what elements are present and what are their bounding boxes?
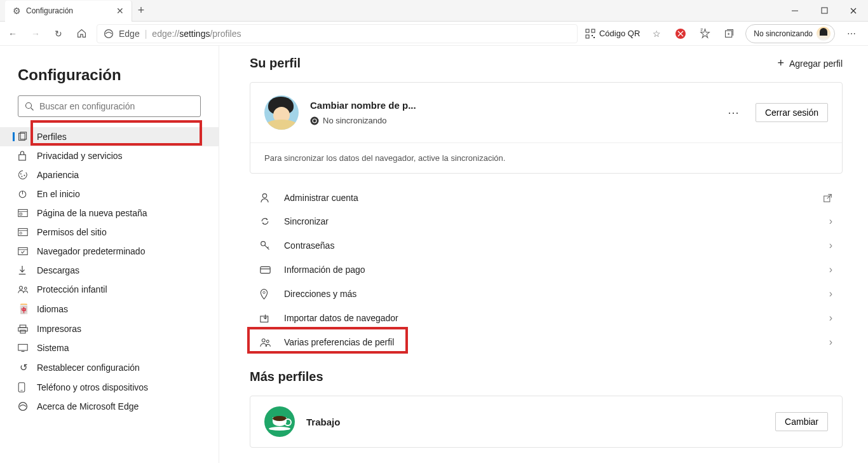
lock-icon: [18, 151, 29, 161]
url-scheme: edge://: [152, 29, 179, 39]
chevron-right-icon: ›: [829, 288, 832, 300]
import-icon: [260, 314, 273, 323]
edge-about-icon: [18, 401, 29, 411]
svg-point-46: [311, 116, 319, 125]
card-icon: [260, 266, 273, 274]
link-label: Varias preferencias de perfil: [284, 337, 818, 347]
more-menu-icon[interactable]: ⋯: [844, 26, 859, 41]
svg-rect-29: [18, 228, 27, 235]
location-icon: [260, 289, 273, 300]
other-profile-card: Trabajo Cambiar: [250, 396, 843, 448]
language-icon: 🀄: [18, 303, 29, 315]
qr-code-button[interactable]: Código QR: [585, 29, 640, 39]
nav-item-nueva-pestana[interactable]: Página de la nueva pestaña: [0, 204, 219, 223]
svg-point-22: [21, 176, 22, 177]
link-label: Contraseñas: [284, 240, 818, 251]
qr-icon: [585, 29, 595, 39]
link-varias-preferencias[interactable]: Varias preferencias de perfil ›: [250, 330, 843, 354]
link-sincronizar[interactable]: Sincronizar ›: [250, 209, 843, 233]
url-host: settings: [179, 29, 210, 39]
link-administrar-cuenta[interactable]: Administrar cuenta: [250, 186, 843, 209]
appearance-icon: [18, 170, 29, 180]
adblock-icon[interactable]: [673, 26, 688, 41]
nav-item-perfiles[interactable]: Perfiles: [0, 127, 219, 146]
link-info-pago[interactable]: Información de pago ›: [250, 258, 843, 282]
window-controls: [780, 0, 868, 22]
person-icon: [260, 193, 273, 203]
sidebar-heading: Configuración: [0, 59, 219, 95]
nav-item-inicio[interactable]: En el inicio: [0, 184, 219, 204]
search-box[interactable]: [18, 95, 201, 117]
svg-point-23: [24, 175, 25, 176]
svg-rect-38: [20, 325, 26, 328]
profile-sync-pill[interactable]: No sincronizando: [745, 24, 835, 43]
svg-rect-39: [18, 328, 27, 331]
more-profiles-heading: Más perfiles: [250, 370, 843, 384]
nav-item-impresoras[interactable]: Impresoras: [0, 319, 219, 338]
nav-item-permisos[interactable]: Permisos del sitio: [0, 223, 219, 242]
nav-item-descargas[interactable]: Descargas: [0, 261, 219, 280]
sync-note: Para sincronizar los datos del navegador…: [250, 142, 842, 173]
svg-point-49: [261, 241, 266, 245]
search-input[interactable]: [39, 101, 194, 111]
svg-rect-20: [19, 155, 26, 160]
forward-button[interactable]: →: [28, 26, 43, 41]
nav-item-acerca[interactable]: Acerca de Microsoft Edge: [0, 397, 219, 416]
svg-rect-41: [18, 344, 27, 350]
chevron-right-icon: ›: [829, 336, 832, 348]
link-direcciones[interactable]: Direcciones y más ›: [250, 282, 843, 306]
nav-item-navegador-predet[interactable]: Navegador predeterminado: [0, 242, 219, 261]
nav-label: Privacidad y servicios: [37, 151, 123, 161]
tab-title: Configuración: [26, 6, 111, 15]
edge-label: Edge: [119, 29, 140, 39]
plus-icon: +: [777, 57, 784, 70]
signout-button[interactable]: Cerrar sesión: [756, 103, 828, 122]
minimize-button[interactable]: [780, 0, 810, 22]
home-button[interactable]: [74, 26, 89, 41]
svg-line-17: [31, 107, 34, 110]
other-profile-avatar: [264, 406, 295, 437]
close-window-button[interactable]: [839, 0, 868, 22]
maximize-button[interactable]: [810, 0, 839, 22]
nav-item-telefono[interactable]: Teléfono y otros dispositivos: [0, 378, 219, 397]
add-profile-button[interactable]: + Agregar perfil: [777, 57, 843, 70]
svg-rect-9: [593, 37, 595, 38]
favorite-star-icon[interactable]: ☆: [649, 26, 664, 41]
power-icon: [18, 190, 29, 199]
refresh-button[interactable]: ↻: [51, 26, 66, 41]
nav-item-sistema[interactable]: Sistema: [0, 338, 219, 357]
browser-tab[interactable]: ⚙ Configuración ✕: [5, 1, 132, 22]
svg-point-54: [263, 291, 265, 293]
link-importar[interactable]: Importar datos de navegador ›: [250, 306, 843, 330]
profile-name: Cambiar nombre de p...: [310, 100, 712, 111]
nav-item-idiomas[interactable]: 🀄Idiomas: [0, 299, 219, 319]
reset-icon: ↺: [18, 362, 29, 373]
sync-pill-label: No sincronizando: [754, 29, 813, 38]
nav-item-proteccion[interactable]: Protección infantil: [0, 280, 219, 299]
collections-icon[interactable]: [721, 26, 736, 41]
settings-main: Su perfil + Agregar perfil Cambiar nombr…: [219, 46, 868, 463]
favorites-hub-icon[interactable]: [697, 26, 712, 41]
svg-rect-52: [261, 266, 270, 273]
close-tab-icon[interactable]: ✕: [116, 6, 124, 16]
multi-profile-icon: [260, 338, 273, 347]
profile-more-icon[interactable]: ⋯: [724, 106, 744, 120]
nav-label: Acerca de Microsoft Edge: [37, 401, 139, 411]
switch-profile-button[interactable]: Cambiar: [775, 412, 828, 431]
gear-icon: ⚙: [13, 6, 21, 16]
nav-item-apariencia[interactable]: Apariencia: [0, 165, 219, 184]
chevron-right-icon: ›: [829, 264, 832, 275]
svg-point-37: [24, 287, 27, 290]
nav-label: Teléfono y otros dispositivos: [37, 382, 148, 392]
link-contrasenas[interactable]: Contraseñas ›: [250, 233, 843, 258]
svg-rect-5: [586, 29, 589, 32]
separator: |: [145, 29, 147, 39]
new-tab-button[interactable]: +: [132, 4, 150, 17]
nav-item-privacidad[interactable]: Privacidad y servicios: [0, 146, 219, 165]
nav-item-restablecer[interactable]: ↺Restablecer configuración: [0, 357, 219, 378]
back-button[interactable]: ←: [5, 26, 20, 41]
download-icon: [18, 265, 29, 275]
add-profile-label: Agregar perfil: [789, 59, 843, 69]
toolbar-right: Código QR ☆ No sincronizando ⋯: [585, 24, 863, 43]
address-bar[interactable]: Edge | edge://settings/profiles: [97, 24, 578, 43]
